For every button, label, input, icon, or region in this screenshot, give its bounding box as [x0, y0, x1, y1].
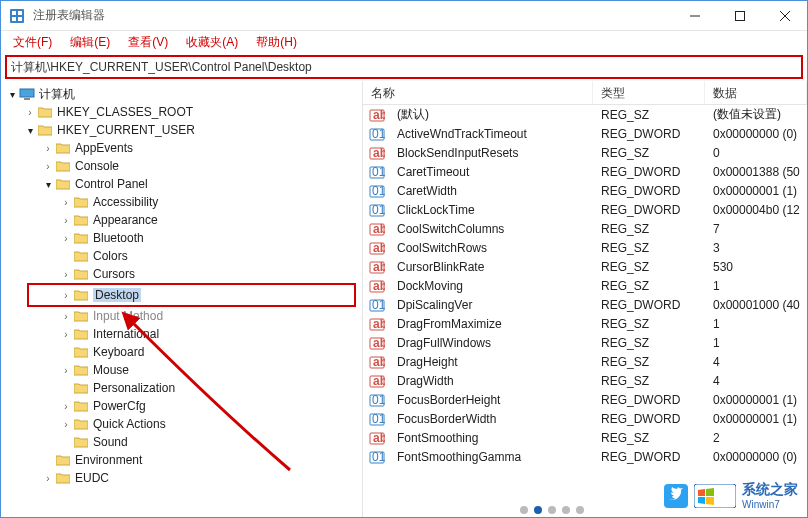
dot[interactable] [562, 506, 570, 514]
minimize-button[interactable] [672, 1, 717, 31]
dot-active[interactable] [534, 506, 542, 514]
tree-console[interactable]: › Console [1, 157, 362, 175]
menu-file[interactable]: 文件(F) [5, 32, 60, 53]
tree-colors[interactable]: Colors [1, 247, 362, 265]
column-type[interactable]: 类型 [593, 81, 705, 104]
value-type: REG_DWORD [593, 450, 705, 464]
value-row[interactable]: 011FocusBorderWidthREG_DWORD0x00000001 (… [363, 409, 807, 428]
tree-personalization[interactable]: Personalization [1, 379, 362, 397]
value-name: FocusBorderWidth [389, 412, 593, 426]
chevron-right-icon[interactable]: › [59, 419, 73, 430]
maximize-button[interactable] [717, 1, 762, 31]
value-type: REG_SZ [593, 146, 705, 160]
chevron-right-icon[interactable]: › [59, 311, 73, 322]
value-data: 0x00000001 (1) [705, 393, 807, 407]
tree-hkcu[interactable]: ▾ HKEY_CURRENT_USER [1, 121, 362, 139]
tree-quickactions[interactable]: ›Quick Actions [1, 415, 362, 433]
tree-appearance[interactable]: ›Appearance [1, 211, 362, 229]
value-row[interactable]: abDragWidthREG_SZ4 [363, 371, 807, 390]
dot[interactable] [548, 506, 556, 514]
value-name: CoolSwitchColumns [389, 222, 593, 236]
chevron-right-icon[interactable]: › [23, 107, 37, 118]
value-row[interactable]: abCoolSwitchRowsREG_SZ3 [363, 238, 807, 257]
folder-icon [73, 363, 89, 377]
svg-text:011: 011 [372, 203, 385, 217]
address-bar[interactable]: 计算机\HKEY_CURRENT_USER\Control Panel\Desk… [5, 55, 803, 79]
chevron-down-icon[interactable]: ▾ [23, 125, 37, 136]
chevron-right-icon[interactable]: › [59, 197, 73, 208]
close-button[interactable] [762, 1, 807, 31]
folder-icon [55, 453, 71, 467]
svg-rect-4 [18, 17, 22, 21]
value-name: FontSmoothing [389, 431, 593, 445]
tree-hkcr[interactable]: › HKEY_CLASSES_ROOT [1, 103, 362, 121]
value-row[interactable]: ab(默认)REG_SZ(数值未设置) [363, 105, 807, 124]
chevron-right-icon[interactable]: › [59, 401, 73, 412]
tree-environment[interactable]: Environment [1, 451, 362, 469]
value-row[interactable]: 011CaretWidthREG_DWORD0x00000001 (1) [363, 181, 807, 200]
app-icon [9, 8, 25, 24]
tree-accessibility[interactable]: ›Accessibility [1, 193, 362, 211]
tree-label: PowerCfg [93, 399, 146, 413]
value-row[interactable]: 011ClickLockTimeREG_DWORD0x000004b0 (12 [363, 200, 807, 219]
chevron-right-icon[interactable]: › [59, 329, 73, 340]
column-name[interactable]: 名称 [363, 81, 593, 104]
tree-eudc[interactable]: › EUDC [1, 469, 362, 487]
menu-edit[interactable]: 编辑(E) [62, 32, 118, 53]
value-row[interactable]: 011FontSmoothingGammaREG_DWORD0x00000000… [363, 447, 807, 466]
tree-sound[interactable]: Sound [1, 433, 362, 451]
tree-controlpanel[interactable]: ▾ Control Panel [1, 175, 362, 193]
chevron-right-icon[interactable]: › [41, 161, 55, 172]
tree-bluetooth[interactable]: ›Bluetooth [1, 229, 362, 247]
list-body[interactable]: ab(默认)REG_SZ(数值未设置)011ActiveWndTrackTime… [363, 105, 807, 517]
tree-root[interactable]: ▾ 计算机 [1, 85, 362, 103]
chevron-right-icon[interactable]: › [59, 269, 73, 280]
tree-desktop[interactable]: ›Desktop [29, 286, 354, 304]
tree-inputmethod[interactable]: ›Input Method [1, 307, 362, 325]
chevron-right-icon[interactable]: › [59, 365, 73, 376]
dot[interactable] [576, 506, 584, 514]
value-row[interactable]: 011DpiScalingVerREG_DWORD0x00001000 (40 [363, 295, 807, 314]
menu-view[interactable]: 查看(V) [120, 32, 176, 53]
value-name: CursorBlinkRate [389, 260, 593, 274]
menu-favorites[interactable]: 收藏夹(A) [178, 32, 246, 53]
svg-text:ab: ab [373, 374, 385, 388]
value-row[interactable]: abCursorBlinkRateREG_SZ530 [363, 257, 807, 276]
tree-keyboard[interactable]: Keyboard [1, 343, 362, 361]
chevron-right-icon[interactable]: › [59, 290, 73, 301]
value-row[interactable]: abFontSmoothingREG_SZ2 [363, 428, 807, 447]
tree-mouse[interactable]: ›Mouse [1, 361, 362, 379]
chevron-right-icon[interactable]: › [59, 233, 73, 244]
tree-cursors[interactable]: ›Cursors [1, 265, 362, 283]
value-row[interactable]: 011CaretTimeoutREG_DWORD0x00001388 (50 [363, 162, 807, 181]
value-row[interactable]: abBlockSendInputResetsREG_SZ0 [363, 143, 807, 162]
value-row[interactable]: abDockMovingREG_SZ1 [363, 276, 807, 295]
chevron-down-icon[interactable]: ▾ [41, 179, 55, 190]
string-value-icon: ab [369, 335, 385, 351]
tree-powercfg[interactable]: ›PowerCfg [1, 397, 362, 415]
registry-tree[interactable]: ▾ 计算机 › HKEY_CLASSES_ROOT ▾ HKEY_CURRENT… [1, 81, 363, 517]
tree-label: 计算机 [39, 86, 75, 103]
binary-value-icon: 011 [369, 202, 385, 218]
menu-help[interactable]: 帮助(H) [248, 32, 305, 53]
chevron-down-icon[interactable]: ▾ [5, 89, 19, 100]
computer-icon [19, 87, 35, 101]
chevron-right-icon[interactable]: › [41, 473, 55, 484]
tree-international[interactable]: ›International [1, 325, 362, 343]
tree-appevents[interactable]: › AppEvents [1, 139, 362, 157]
dot[interactable] [520, 506, 528, 514]
value-row[interactable]: abDragHeightREG_SZ4 [363, 352, 807, 371]
value-row[interactable]: 011ActiveWndTrackTimeoutREG_DWORD0x00000… [363, 124, 807, 143]
tree-label: Bluetooth [93, 231, 144, 245]
svg-text:ab: ab [373, 336, 385, 350]
value-row[interactable]: abDragFromMaximizeREG_SZ1 [363, 314, 807, 333]
value-row[interactable]: abCoolSwitchColumnsREG_SZ7 [363, 219, 807, 238]
value-row[interactable]: 011FocusBorderHeightREG_DWORD0x00000001 … [363, 390, 807, 409]
address-text: 计算机\HKEY_CURRENT_USER\Control Panel\Desk… [11, 59, 312, 76]
folder-icon [73, 309, 89, 323]
value-row[interactable]: abDragFullWindowsREG_SZ1 [363, 333, 807, 352]
column-data[interactable]: 数据 [705, 81, 807, 104]
chevron-right-icon[interactable]: › [59, 215, 73, 226]
chevron-right-icon[interactable]: › [41, 143, 55, 154]
string-value-icon: ab [369, 354, 385, 370]
